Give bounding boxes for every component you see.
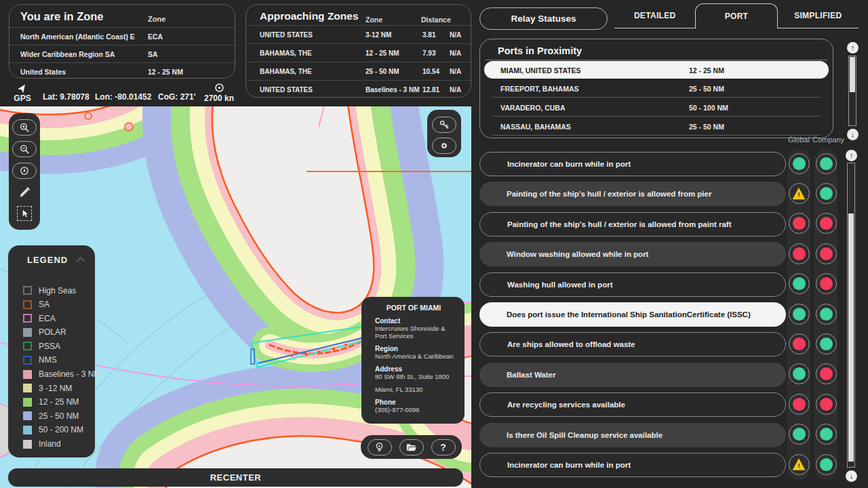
port-row[interactable]: MIAMI, UNITED STATES 12 - 25 NM [484, 61, 829, 79]
select-area-button[interactable] [17, 206, 32, 221]
regulation-row[interactable]: Is there Oil Spill Cleanup service avail… [479, 423, 786, 447]
draw-button[interactable] [16, 184, 33, 201]
legend-item-label: 12 - 25 NM [39, 397, 79, 407]
approaching-eta: N/A [450, 86, 461, 94]
regulation-row[interactable]: Window washing allowed while in port [479, 242, 786, 266]
ports-rows: MIAMI, UNITED STATES 12 - 25 NM FREEPORT… [480, 61, 833, 136]
regulation-row[interactable]: Are recycling services available [479, 392, 786, 417]
ports-scrollbar-track[interactable] [848, 56, 856, 126]
zoom-out-button[interactable] [12, 141, 37, 157]
section-line: North America & Caribbean [375, 352, 459, 360]
legend-swatch [23, 300, 32, 309]
view-tab[interactable]: SIMPLIFIED [778, 3, 859, 28]
regulation-label: Are recycling services available [507, 401, 625, 409]
tab-label: PORT [725, 12, 749, 21]
global-status-light [787, 178, 810, 208]
approaching-eta: N/A [450, 31, 461, 39]
zoom-out-icon [19, 144, 30, 155]
compass-icon [19, 165, 30, 176]
settings-button[interactable] [432, 138, 456, 154]
regulation-label: Are ships allowed to offload waste [507, 340, 635, 348]
open-folder-icon [406, 442, 417, 452]
view-tab[interactable]: PORT [695, 3, 777, 28]
legend-collapse-chevron-icon[interactable] [76, 256, 85, 262]
gps-block: GPS [11, 83, 34, 103]
company-status-light [814, 269, 837, 299]
regulation-row[interactable]: Incinerator can burn while in port [479, 152, 786, 176]
global-column-header: Global [787, 136, 810, 144]
legend-item: Inland [23, 440, 91, 449]
legend-swatch [23, 370, 32, 379]
status-ring [816, 333, 837, 354]
course-over-ground: CoG: 271' [158, 92, 196, 102]
status-ring [816, 394, 837, 415]
approaching-row: UNITED STATES Baselines - 3 NM 12.81 N/A [246, 80, 471, 98]
approaching-distance: 7.93 [422, 49, 435, 57]
ports-scroll-up-button[interactable]: ↑ [847, 42, 859, 54]
regulation-label: Washing hull allowed in port [507, 281, 612, 289]
regulation-row[interactable]: Painting of the ship's hull / exterior i… [479, 212, 786, 237]
port-row[interactable]: FREEPORT, BAHAMAS 25 - 50 NM [480, 79, 833, 98]
legend-item: 25 - 50 NM [23, 411, 91, 420]
relay-statuses-button[interactable]: Relay Statuses [479, 7, 608, 30]
regulation-row[interactable]: Are ships allowed to offload waste [479, 332, 786, 357]
status-dot-icon [820, 398, 833, 411]
section-label: Contact [375, 317, 459, 325]
status-ring [789, 153, 810, 174]
key-button[interactable] [432, 117, 456, 133]
current-zone-panel: You are in Zone Zone North American (Atl… [9, 4, 235, 79]
zoom-in-button[interactable] [12, 119, 37, 136]
status-dot-icon [793, 458, 806, 471]
list-scroll-down-button[interactable]: ↓ [846, 470, 857, 482]
company-status-light [814, 178, 837, 208]
global-status-light [787, 239, 810, 268]
regulation-row[interactable]: Painting of the ship's hull / exterior i… [479, 182, 786, 206]
legend-item-label: POLAR [39, 327, 66, 337]
status-dot-icon [793, 367, 806, 380]
global-status-light [787, 420, 810, 449]
status-ring [789, 273, 810, 294]
ports-panel-title: Ports in Proximity [498, 45, 582, 56]
company-status-light [814, 148, 837, 178]
list-scrollbar-track[interactable] [847, 163, 855, 468]
compass-button[interactable] [12, 163, 37, 179]
current-zone-rows: North American (Atlantic Coast) E ECA Wi… [9, 27, 235, 80]
list-scrollbar-thumb[interactable] [848, 214, 854, 462]
company-status-light [814, 449, 837, 479]
regulation-row[interactable]: Does port issue the International Ship S… [479, 302, 786, 327]
port-row[interactable]: NASSAU, BAHAMAS 25 - 50 NM [480, 117, 833, 136]
status-ring [816, 273, 837, 294]
approaching-distance: 12.81 [422, 86, 439, 94]
regulation-row[interactable]: Incinerator can burn while in port [479, 453, 786, 477]
approaching-distance: 3.81 [422, 31, 435, 39]
global-status-column [787, 148, 810, 480]
view-tab[interactable]: DETAILED [614, 3, 695, 28]
ports-scroll-down-button[interactable]: ↓ [847, 129, 859, 140]
zone-value: SA [148, 50, 158, 58]
open-folder-button[interactable] [399, 439, 424, 455]
ports-scrollbar-thumb[interactable] [850, 57, 855, 92]
question-mark-icon: ? [440, 442, 446, 453]
regulation-row[interactable]: Washing hull allowed in port [479, 272, 786, 297]
status-dot-icon [793, 247, 806, 260]
status-ring [789, 183, 810, 204]
list-scroll-up-button[interactable]: ↑ [846, 150, 857, 161]
status-ring [816, 304, 837, 325]
port-row[interactable]: VARADERO, CUBA 50 - 100 NM [480, 98, 833, 117]
legend-item: ECA [23, 314, 91, 323]
status-ring [789, 363, 810, 384]
regulations-list: Incinerator can burn while in port Paint… [479, 152, 786, 483]
regulation-row[interactable]: Ballast Water [479, 363, 786, 387]
key-icon [439, 119, 450, 130]
tips-button[interactable] [368, 439, 392, 455]
status-ring [816, 243, 837, 264]
zone-row: United States 12 - 25 NM [9, 62, 235, 80]
status-ring [789, 243, 810, 264]
gps-arrow-icon [18, 83, 28, 93]
recenter-button[interactable]: RECENTER [8, 468, 463, 487]
help-button[interactable]: ? [431, 439, 456, 455]
status-ring [816, 363, 837, 384]
legend-item-label: NMS [39, 355, 57, 365]
global-status-light [787, 329, 810, 359]
legend-swatch [23, 342, 32, 350]
